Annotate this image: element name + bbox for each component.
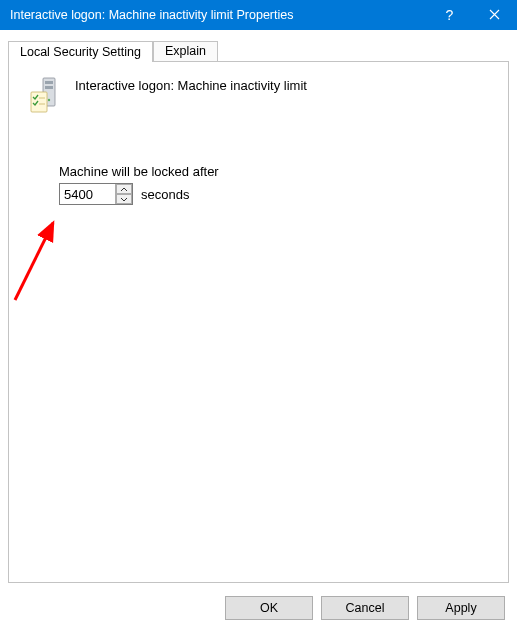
window-title: Interactive logon: Machine inactivity li…: [10, 8, 427, 22]
policy-title: Interactive logon: Machine inactivity li…: [75, 76, 307, 93]
tab-local-security-setting[interactable]: Local Security Setting: [8, 41, 153, 62]
inactivity-input[interactable]: [60, 184, 115, 204]
dialog-buttons: OK Cancel Apply: [225, 596, 505, 620]
tabs: Local Security Setting Explain: [8, 38, 509, 62]
spinner-down-button[interactable]: [116, 194, 132, 204]
inactivity-spinner[interactable]: [59, 183, 133, 205]
svg-rect-2: [45, 86, 53, 89]
tab-label: Local Security Setting: [20, 45, 141, 59]
svg-rect-4: [31, 92, 47, 112]
button-label: OK: [260, 601, 278, 615]
inactivity-label: Machine will be locked after: [59, 164, 488, 179]
spinner-up-button[interactable]: [116, 184, 132, 194]
button-label: Cancel: [346, 601, 385, 615]
svg-point-3: [48, 99, 50, 101]
svg-rect-1: [45, 81, 53, 84]
titlebar[interactable]: Interactive logon: Machine inactivity li…: [0, 0, 517, 30]
help-icon: ?: [446, 7, 454, 23]
inactivity-unit: seconds: [141, 187, 189, 202]
tab-explain[interactable]: Explain: [153, 41, 218, 62]
button-label: Apply: [445, 601, 476, 615]
close-icon: [489, 7, 500, 23]
ok-button[interactable]: OK: [225, 596, 313, 620]
tab-panel-local-security-setting: Interactive logon: Machine inactivity li…: [8, 61, 509, 583]
policy-icon: [29, 76, 61, 114]
chevron-down-icon: [120, 197, 128, 202]
tab-label: Explain: [165, 44, 206, 58]
close-button[interactable]: [472, 0, 517, 30]
chevron-up-icon: [120, 187, 128, 192]
help-button[interactable]: ?: [427, 0, 472, 30]
apply-button[interactable]: Apply: [417, 596, 505, 620]
cancel-button[interactable]: Cancel: [321, 596, 409, 620]
